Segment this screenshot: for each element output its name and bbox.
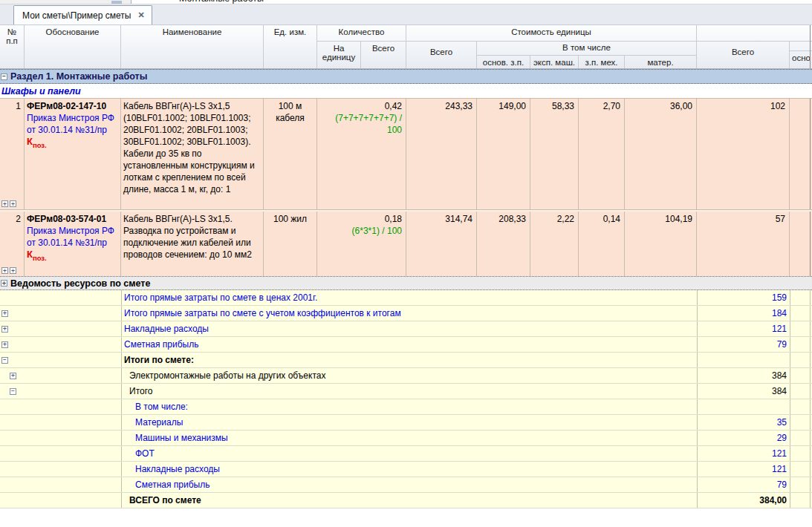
summary-row[interactable]: Сметная прибыль 79 — [0, 477, 812, 493]
machines-cell: 58,33 — [530, 99, 579, 209]
summary-row-name: Машины и механизмы — [121, 431, 697, 445]
expand-icon[interactable] — [1, 200, 8, 207]
quantity-cell: 0,42 (7+7+7+7+7+7) / 100 — [317, 99, 406, 209]
col-group-unit-cost: Стоимость единицы Всего В том числе осно… — [406, 25, 697, 68]
summary-row-left — [0, 306, 121, 321]
subsection-row[interactable]: Шкафы и панели — [0, 84, 812, 99]
summary-label: Накладные расходы — [122, 464, 220, 474]
summary-row-tail — [790, 306, 812, 321]
expand-icon[interactable] — [10, 388, 16, 395]
expand-icon[interactable] — [1, 280, 7, 287]
summary-value: 79 — [697, 337, 790, 352]
summary-row[interactable]: ФОТ 121 — [0, 446, 812, 462]
resources-row[interactable]: Ведомость ресурсов по смете — [0, 276, 812, 290]
summary-value: 121 — [697, 462, 790, 477]
work-type-field[interactable]: Монтажные работы — [131, 0, 812, 4]
summary-row-left — [0, 415, 121, 430]
col-header-grand-total: Всего — [697, 42, 790, 68]
summary-value: 384 — [697, 368, 790, 383]
tail-cell — [790, 99, 812, 209]
summary-row[interactable]: Машины и механизмы 29 — [0, 431, 812, 446]
row-number-cell: 1 — [0, 99, 25, 209]
summary-label: Электромонтажные работы на других объект… — [122, 370, 325, 381]
summary-row[interactable]: Итоги по смете: — [0, 353, 812, 368]
summary-label: Итого прямые затраты по смете с учетом к… — [122, 308, 401, 318]
summary-row[interactable]: Сметная прибыль 79 — [0, 337, 812, 353]
summary-row[interactable]: Электромонтажные работы на других объект… — [0, 368, 812, 384]
expand-icon[interactable] — [1, 357, 8, 364]
summary-value: 384 — [697, 384, 790, 399]
summary-row-name: Материалы — [121, 415, 697, 430]
quantity-total: 0,18 — [319, 213, 402, 225]
summary-value — [697, 353, 790, 367]
summary-row[interactable]: Итого 384 — [0, 384, 812, 399]
expand-icon[interactable] — [1, 326, 8, 333]
col-header-machines: эксп. маш. — [530, 56, 579, 68]
summary-row-tail — [790, 337, 812, 352]
summary-row[interactable]: Накладные расходы 121 — [0, 321, 812, 337]
subsection-title: Шкафы и панели — [1, 86, 81, 96]
summary-label: Сметная прибыль — [122, 479, 210, 490]
summary-row-name: ВСЕГО по смете — [121, 493, 697, 508]
total-cell: 57 — [697, 212, 790, 276]
toolbar-strip: Монтажные работы — [0, 0, 812, 4]
summary-row-name: Электромонтажные работы на других объект… — [121, 368, 697, 383]
summary-row-name: Сметная прибыль — [121, 477, 697, 492]
summary-row[interactable]: ВСЕГО по смете 384,00 — [0, 493, 812, 508]
summary-row-name: Итого прямые затраты по смете с учетом к… — [121, 306, 697, 321]
expand-icon[interactable] — [1, 341, 8, 348]
summary-row-tail — [790, 446, 812, 461]
summary-row-tail — [790, 493, 812, 508]
machines-cell: 2,22 — [530, 212, 579, 276]
col-header-cut: осно — [790, 51, 812, 68]
tab-estimate[interactable]: Мои сметы\Пример сметы ✕ — [13, 5, 152, 24]
summary-row[interactable]: Накладные расходы 121 — [0, 462, 812, 477]
collapse-icon[interactable] — [1, 73, 7, 80]
summary-row-tail — [790, 431, 812, 445]
summary-row-tail — [790, 462, 812, 477]
estimate-row[interactable]: 2 ФЕРм08-03-574-01 Приказ Минстроя РФ от… — [0, 212, 812, 276]
summary-row-name: Накладные расходы — [121, 462, 697, 477]
summary-section: Итого прямые затраты по смете в ценах 20… — [0, 290, 812, 508]
col-header-total-top — [697, 25, 812, 42]
summary-row[interactable]: В том числе: — [0, 399, 812, 415]
summary-value — [697, 399, 790, 414]
summary-row-left — [0, 462, 121, 477]
summary-label: Накладные расходы — [122, 324, 209, 334]
coefficient-flag: Кпоз. — [27, 136, 118, 151]
summary-value: 79 — [697, 477, 790, 492]
col-header-num: № п.п — [0, 25, 25, 68]
justification-cell: ФЕРм08-03-574-01 Приказ Минстроя РФ от 3… — [25, 212, 121, 276]
row-number-cell: 2 — [0, 212, 25, 276]
expand-icon[interactable] — [1, 310, 8, 317]
summary-row[interactable]: Итого прямые затраты по смете с учетом к… — [0, 306, 812, 321]
base-wage-cell: 208,33 — [477, 212, 530, 276]
expand-icon[interactable] — [10, 267, 16, 274]
summary-label: Сметная прибыль — [122, 339, 198, 350]
summary-row-tail — [790, 415, 812, 430]
summary-row-left — [0, 321, 121, 336]
summary-row-left — [0, 353, 121, 367]
expand-icon[interactable] — [10, 373, 16, 379]
mech-wage-cell: 0,14 — [579, 212, 625, 276]
expand-icon[interactable] — [1, 267, 8, 274]
summary-value: 121 — [697, 446, 790, 461]
col-header-materials: матер. — [625, 56, 697, 68]
close-icon[interactable]: ✕ — [137, 11, 144, 19]
summary-row[interactable]: Итого прямые затраты по смете в ценах 20… — [0, 290, 812, 306]
order-reference: Приказ Минстроя РФ от 30.01.14 №31/пр — [27, 225, 118, 249]
work-type-text: Монтажные работы — [179, 0, 264, 4]
col-header-base-wage: основ. з.п. — [477, 56, 530, 68]
materials-cell: 104,19 — [625, 212, 697, 276]
col-header-cut-mid — [790, 42, 812, 51]
summary-row-name: Итого — [121, 384, 697, 399]
summary-row[interactable]: Материалы 35 — [0, 415, 812, 431]
summary-value: 121 — [697, 321, 790, 336]
section-header-row[interactable]: Раздел 1. Монтажные работы — [0, 69, 812, 84]
summary-row-left — [0, 337, 121, 352]
norm-code: ФЕРм08-02-147-10 — [27, 100, 118, 112]
estimate-row[interactable]: 1 ФЕРм08-02-147-10 Приказ Минстроя РФ от… — [0, 99, 812, 210]
summary-row-left — [0, 399, 121, 414]
expand-icon[interactable] — [10, 200, 16, 207]
section-title: Раздел 1. Монтажные работы — [10, 71, 147, 82]
